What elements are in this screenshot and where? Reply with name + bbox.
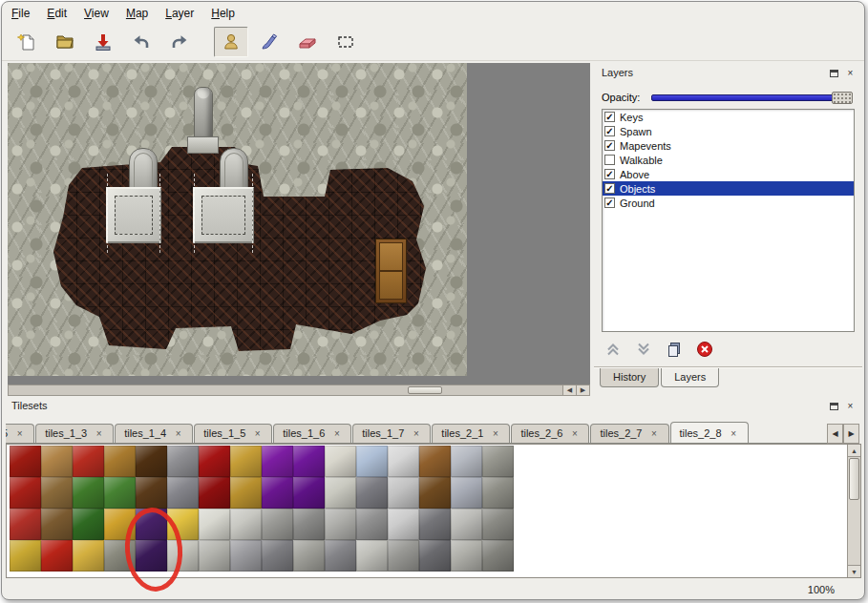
menu-map[interactable]: Map [126, 7, 148, 20]
tileset-tile[interactable] [451, 540, 482, 572]
tileset-tile[interactable] [388, 509, 419, 540]
float-dock-button[interactable] [828, 400, 840, 412]
tileset-tile[interactable] [41, 477, 73, 509]
tileset-tab[interactable]: tiles_1_6 × [273, 424, 351, 443]
tileset-tile[interactable] [293, 540, 325, 572]
tileset-tile[interactable] [388, 477, 419, 509]
menu-edit[interactable]: Edit [47, 7, 67, 20]
layer-list[interactable]: ✓ Keys ✓ Spawn ✓ Mapevents Walkable ✓ Ab… [602, 109, 855, 332]
select-tool-button[interactable] [328, 27, 363, 57]
tileset-tab[interactable]: tiles_1_3 × [35, 424, 114, 443]
scrollbar-thumb[interactable] [408, 386, 442, 394]
close-tab-icon[interactable]: × [490, 428, 500, 439]
tileset-tile[interactable] [419, 509, 451, 540]
tileset-tile[interactable] [419, 540, 451, 572]
tab-scroll-right-icon[interactable]: ▶ [843, 424, 859, 444]
lower-layer-button[interactable] [634, 341, 653, 360]
tileset-tile[interactable] [10, 540, 41, 572]
close-tab-icon[interactable]: × [649, 428, 660, 439]
tileset-tile[interactable] [356, 509, 388, 540]
tileset-tile[interactable] [419, 446, 451, 477]
menu-file[interactable]: File [11, 7, 30, 20]
tileset-tile[interactable] [482, 446, 514, 477]
close-tab-icon[interactable]: × [331, 428, 342, 439]
layer-row[interactable]: ✓ Above [603, 167, 854, 181]
tileset-tile[interactable] [356, 540, 388, 572]
tab-history[interactable]: History [600, 368, 659, 387]
tileset-tile[interactable] [73, 540, 104, 572]
scrollbar-thumb[interactable] [849, 458, 859, 500]
tileset-tile[interactable] [41, 540, 73, 572]
float-dock-button[interactable] [828, 67, 840, 79]
tileset-tile[interactable] [73, 477, 104, 509]
layer-visibility-checkbox[interactable]: ✓ [604, 198, 615, 208]
tileset-tile[interactable] [230, 446, 262, 477]
map-content[interactable] [8, 63, 467, 376]
tileset-tile[interactable] [104, 477, 136, 509]
tileset-tile[interactable] [388, 540, 419, 572]
tileset-tile[interactable] [136, 477, 167, 509]
scroll-right-icon[interactable]: ▶ [576, 385, 589, 395]
tileset-tile[interactable] [482, 477, 514, 509]
close-tab-icon[interactable]: × [411, 428, 421, 439]
tileset-tile[interactable] [73, 446, 104, 477]
tileset-tile[interactable] [325, 446, 356, 477]
tileset-tile[interactable] [451, 477, 482, 509]
close-tab-icon[interactable]: × [252, 428, 263, 439]
layer-visibility-checkbox[interactable]: ✓ [604, 140, 615, 151]
tileset-tile[interactable] [451, 509, 482, 540]
tileset-tile[interactable] [388, 446, 419, 477]
close-tab-icon[interactable]: × [14, 428, 25, 439]
tileset-tab[interactable]: tiles_2_1 × [432, 424, 510, 443]
undo-button[interactable] [124, 27, 159, 57]
tab-layers[interactable]: Layers [661, 368, 719, 387]
tileset-grid[interactable] [10, 446, 514, 572]
layer-visibility-checkbox[interactable]: ✓ [604, 112, 615, 122]
layer-row[interactable]: ✓ Mapevents [603, 138, 854, 153]
tileset-tile[interactable] [293, 446, 325, 477]
tileset-tile[interactable] [230, 540, 262, 572]
close-dock-button[interactable]: × [844, 400, 857, 412]
close-dock-button[interactable]: × [844, 67, 857, 79]
tileset-tile[interactable] [419, 477, 451, 509]
tileset-tile[interactable] [41, 446, 73, 477]
map-canvas[interactable] [8, 63, 590, 385]
layer-row[interactable]: ✓ Ground [603, 196, 854, 210]
tileset-tab[interactable]: tiles_1_5 × [194, 424, 272, 443]
tileset-tile[interactable] [325, 509, 356, 540]
layer-row[interactable]: ✓ Keys [603, 110, 854, 124]
tileset-tile[interactable] [451, 446, 482, 477]
tileset-tile[interactable] [167, 446, 199, 477]
tileset-tile[interactable] [167, 477, 199, 509]
close-tab-icon[interactable]: × [173, 428, 183, 439]
stamp-tool-button[interactable] [214, 27, 248, 57]
tileset-tab[interactable]: 5 × [6, 424, 34, 443]
tileset-tile[interactable] [230, 477, 262, 509]
menu-help[interactable]: Help [211, 7, 235, 20]
tileset-tile[interactable] [293, 509, 325, 540]
layer-row[interactable]: ✓ Spawn [603, 124, 854, 138]
tileset-vertical-scrollbar[interactable]: ▲ ▼ [847, 445, 860, 577]
tileset-tile[interactable] [199, 477, 230, 509]
tileset-tab[interactable]: tiles_1_4 × [115, 424, 193, 443]
tileset-tile[interactable] [262, 540, 293, 572]
tileset-tile[interactable] [10, 477, 41, 509]
tileset-tile[interactable] [482, 540, 514, 572]
tileset-tile[interactable] [199, 446, 230, 477]
delete-layer-button[interactable] [695, 341, 714, 360]
layer-visibility-checkbox[interactable] [604, 155, 615, 165]
tileset-tile[interactable] [325, 477, 356, 509]
menu-view[interactable]: View [84, 7, 109, 20]
layer-visibility-checkbox[interactable]: ✓ [604, 169, 615, 179]
tileset-tile[interactable] [41, 509, 73, 540]
tileset-tile[interactable] [230, 509, 262, 540]
close-tab-icon[interactable]: × [729, 428, 739, 439]
layer-visibility-checkbox[interactable]: ✓ [604, 126, 615, 136]
tileset-tile[interactable] [262, 446, 293, 477]
tileset-tile[interactable] [482, 509, 514, 540]
tileset-tile[interactable] [262, 477, 293, 509]
tileset-tab[interactable]: tiles_2_6 × [511, 424, 589, 443]
tileset-tab[interactable]: tiles_2_7 × [590, 424, 668, 443]
opacity-slider-handle[interactable] [832, 92, 853, 104]
layer-visibility-checkbox[interactable]: ✓ [604, 183, 615, 194]
